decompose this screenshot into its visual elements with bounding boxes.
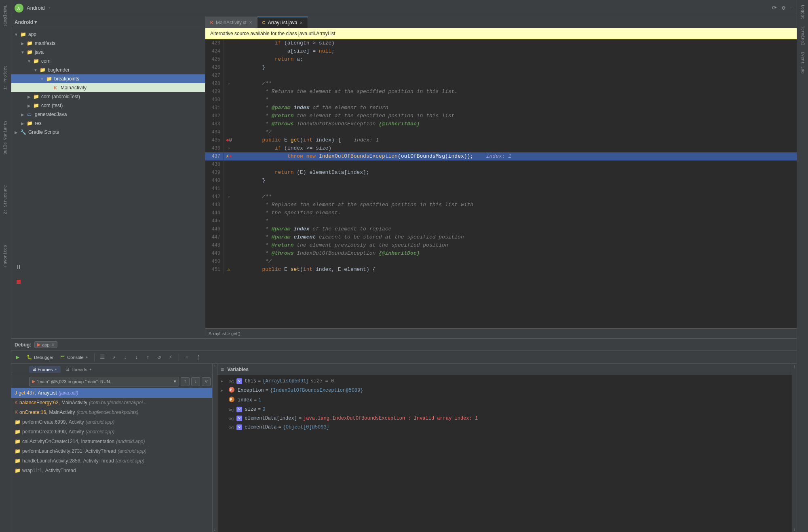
ln-444: 444 [205, 209, 224, 217]
folder-icon-bugfender: 📁 [39, 66, 46, 74]
thread-name: "main" @5,023 in group "main": RUN... [37, 379, 114, 384]
scroll-down-left[interactable]: ↓ [213, 528, 216, 532]
var-list[interactable]: ▶ ∞○ v this = {ArrayList@5091} size = 0 … [217, 375, 792, 532]
code-line-447: 447 * @param element element to be store… [205, 233, 797, 241]
right-sidebar-item-2[interactable]: Terminal [800, 23, 806, 49]
var-item-size[interactable]: ∞○ v size = 0 [217, 405, 792, 414]
tree-item-mainactivity[interactable]: K MainActivity [11, 83, 205, 92]
restore-layout-btn[interactable]: ☰ [98, 353, 108, 362]
lc-435: public E get(int index) { index: 1 [234, 136, 797, 144]
code-editor[interactable]: 423 if (aLength > size) 424 a[size] = nu… [205, 39, 797, 328]
lc-424: a[size] = null; [234, 47, 797, 55]
frame-item-4[interactable]: 📁 performCreate:6990, Activity (android.… [11, 427, 212, 437]
scroll-down-right[interactable]: ↓ [793, 528, 795, 532]
var-expand-exception[interactable]: ▶ [221, 388, 227, 393]
sidebar-item-simpleuml[interactable]: simpleUML [2, 2, 8, 30]
tree-item-androidtest[interactable]: ▶ 📁 com (androidTest) [11, 92, 205, 101]
settings-icon[interactable]: ⚙ [782, 4, 785, 11]
step-into-lib-btn[interactable]: ↓ [132, 353, 141, 362]
ln-429: 429 [205, 88, 224, 96]
tree-item-res[interactable]: ▶ 📁 res [11, 119, 205, 128]
watches-btn[interactable]: ≡ [182, 353, 192, 362]
thread-filter-btn[interactable]: ▽ [202, 377, 211, 386]
run-to-cursor-btn[interactable]: ↺ [154, 353, 164, 362]
threads-tab[interactable]: ⊡ Threads ✦ [62, 366, 95, 373]
frame-item-5[interactable]: 📁 callActivityOnCreate:1214, Instrumenta… [11, 437, 212, 446]
tree-label-com: com [41, 58, 51, 64]
step-over-btn[interactable]: ↗ [109, 353, 119, 362]
evaluate-btn[interactable]: ⚡ [166, 353, 175, 362]
threads-tab-label: Threads [71, 367, 87, 372]
tree-item-app[interactable]: ▼ 📁 app [11, 30, 205, 39]
frame-pkg-2: (com.bugfender.breakpoints) [76, 410, 138, 415]
var-oo-elementdata-index: ∞○ [229, 416, 234, 421]
gutter-426 [224, 63, 234, 72]
debug-left-tabs: ⊞ Frames ✦ ⊡ Threads ✦ [11, 364, 212, 375]
java-tab-icon: C [262, 20, 266, 25]
tree-item-manifests[interactable]: ▶ 📁 manifests [11, 39, 205, 48]
debug-app-tag[interactable]: ▶ app ✕ [34, 341, 57, 348]
right-sidebar-item-3[interactable]: Event Log [800, 49, 806, 77]
resume-btn[interactable]: ▶ [13, 353, 23, 362]
ln-428: 428 [205, 80, 224, 88]
tree-item-gradle[interactable]: ▶ 🔧 Gradle Scripts [11, 128, 205, 137]
step-out-btn[interactable]: ↑ [143, 353, 153, 362]
step-into-btn[interactable]: ↓ [120, 353, 130, 362]
frame-item-7[interactable]: 📁 handleLaunchActivity:2856, ActivityThr… [11, 456, 212, 466]
tree-item-java[interactable]: ▼ 📁 java [11, 48, 205, 57]
frame-item-6[interactable]: 📁 performLaunchActivity:2731, ActivityTh… [11, 446, 212, 456]
right-sidebar-item-1[interactable]: Logcat [800, 2, 806, 23]
arrow-manifests: ▶ [19, 41, 26, 46]
scroll-up-left[interactable]: ↑ [213, 364, 216, 368]
code-line-434: 434 */ [205, 128, 797, 136]
sidebar-item-structure[interactable]: Z: Structure [2, 182, 8, 217]
sidebar-item-build[interactable]: Build Variants [2, 117, 8, 158]
debugger-tab-icon: 🐛 [27, 355, 32, 360]
lc-444: * the specified element. [234, 209, 797, 217]
thread-down-btn[interactable]: ↓ [191, 377, 200, 386]
thread-dropdown[interactable]: ▶ "main" @5,023 in group "main": RUN... … [29, 377, 179, 386]
var-item-index[interactable]: P index = 1 [217, 395, 792, 405]
frame-pkg-0: (java.util) [59, 390, 78, 396]
tree-item-generatedjava[interactable]: ▶ 🗂 generatedJava [11, 110, 205, 119]
debugger-tab[interactable]: 🐛 Debugger [24, 353, 56, 362]
var-item-exception[interactable]: ▶ P Exception = {IndexOutOfBoundsExcepti… [217, 386, 792, 395]
frame-item-8[interactable]: 📁 wrap11:1, ActivityThread [11, 466, 212, 475]
ln-424: 424 [205, 47, 224, 55]
tab-mainactivity[interactable]: K MainActivity.kt ✕ [205, 17, 257, 28]
gutter-445 [224, 217, 234, 225]
frame-item-0[interactable]: J get:437, ArrayList (java.util) [11, 388, 212, 398]
lc-441 [234, 185, 797, 193]
var-item-elementdata[interactable]: ∞○ v elementData = {Object[0]@5093} [217, 423, 792, 432]
top-bar-title: Android [27, 5, 45, 11]
tab-arraylist-close[interactable]: ✕ [300, 21, 303, 25]
scroll-up-right[interactable]: ↑ [793, 365, 795, 369]
sidebar-item-project[interactable]: 1: Project [2, 62, 8, 93]
console-tab-pin: ✦ [85, 355, 89, 359]
var-eq-exception: = [266, 388, 268, 393]
frame-item-3[interactable]: 📁 performCreate:6999, Activity (android.… [11, 417, 212, 427]
minimize-icon[interactable]: — [790, 4, 793, 11]
console-tab[interactable]: 📟 Console ✦ [57, 353, 91, 362]
sync-icon[interactable]: ⟳ [772, 4, 777, 11]
var-expand-this[interactable]: ▶ [221, 379, 227, 384]
settings-btn[interactable]: ⋮ [194, 353, 203, 362]
tree-item-test[interactable]: ▶ 📁 com (test) [11, 101, 205, 110]
frames-tab[interactable]: ⊞ Frames ✦ [29, 366, 61, 373]
tree-header[interactable]: Android ▾ [11, 16, 205, 28]
sidebar-item-favorites[interactable]: Favorites [2, 242, 8, 270]
tree-content[interactable]: ▼ 📁 app ▶ 📁 manifests ▼ 📁 java [11, 28, 205, 338]
frame-item-2[interactable]: K onCreate:16, MainActivity (com.bugfend… [11, 407, 212, 417]
var-item-this[interactable]: ▶ ∞○ v this = {ArrayList@5091} size = 0 [217, 377, 792, 386]
tab-mainactivity-close[interactable]: ✕ [249, 20, 252, 25]
tree-item-bugfender[interactable]: ▼ 📁 bugfender [11, 65, 205, 74]
debug-app-close[interactable]: ✕ [51, 342, 55, 347]
lc-430: * [234, 96, 797, 104]
frame-item-1[interactable]: K balanceEnergy:62, MainActivity (com.bu… [11, 398, 212, 407]
tree-item-com[interactable]: ▼ 📁 com [11, 57, 205, 65]
frames-list[interactable]: J get:437, ArrayList (java.util) K balan… [11, 388, 212, 532]
var-item-elementdata-index[interactable]: ∞○ v elementData[index] = java.lang.Inde… [217, 414, 792, 423]
tab-arraylist[interactable]: C ArrayList.java ✕ [257, 17, 308, 28]
tree-item-breakpoints[interactable]: ▼ 📁 breakpoints [11, 74, 205, 83]
thread-up-btn[interactable]: ↑ [181, 377, 190, 386]
